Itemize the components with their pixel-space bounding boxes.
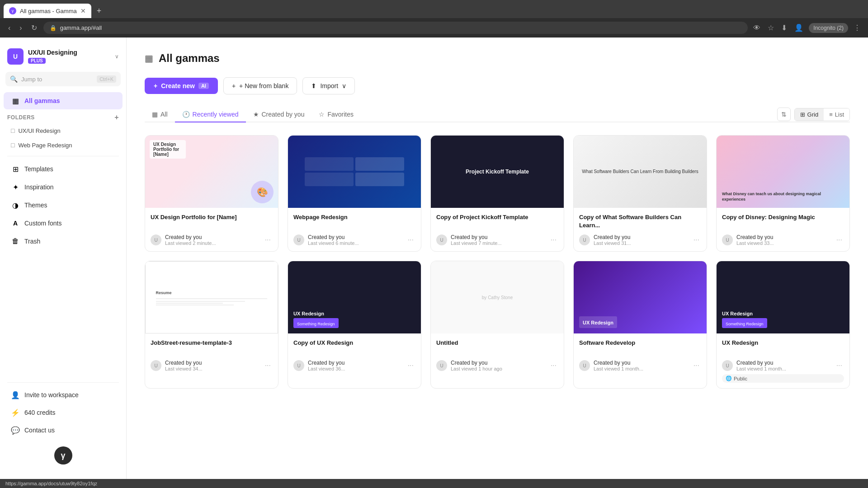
address-bar[interactable]: 🔒 gamma.app/#all bbox=[43, 22, 748, 34]
filter-tab-favorites[interactable]: ☆ Favorites bbox=[311, 107, 361, 122]
card-more-button[interactable]: ··· bbox=[406, 235, 415, 245]
folder-item-ux-ui-redesign[interactable]: □ UX/UI Redesign bbox=[4, 124, 123, 137]
card-ux-design-portfolio[interactable]: UX Design Portfolio for [Name]🎨 UX Desig… bbox=[145, 135, 278, 252]
card-more-button[interactable]: ··· bbox=[835, 361, 844, 371]
sidebar-item-themes[interactable]: ◑ Themes bbox=[4, 197, 123, 214]
folder-item-web-page-redesign[interactable]: □ Web Page Redesign bbox=[4, 138, 123, 152]
sidebar-item-all-gammas[interactable]: ▦ All gammas bbox=[4, 92, 123, 109]
card-more-button[interactable]: ··· bbox=[406, 361, 415, 371]
search-bar[interactable]: 🔍 Jump to Ctrl+K bbox=[5, 72, 121, 86]
trash-icon: 🗑 bbox=[11, 237, 20, 246]
card-time: Last viewed 31... bbox=[594, 240, 688, 246]
card-more-button[interactable]: ··· bbox=[263, 235, 273, 245]
download-icon[interactable]: ⬇ bbox=[779, 22, 789, 34]
card-avatar: U bbox=[722, 235, 733, 245]
new-from-blank-button[interactable]: + + New from blank bbox=[223, 77, 297, 94]
sidebar-item-custom-fonts[interactable]: A Custom fonts bbox=[4, 215, 123, 232]
sort-button[interactable]: ⇅ bbox=[777, 108, 791, 121]
filter-tab-label: Created by you bbox=[262, 111, 305, 118]
lock-icon: 🔒 bbox=[50, 25, 57, 31]
plus-icon: + bbox=[154, 82, 157, 89]
card-author: Created by you bbox=[736, 234, 831, 240]
card-meta: U Created by you Last viewed 34... ··· bbox=[151, 360, 273, 371]
sidebar-item-inspiration[interactable]: ✦ Inspiration bbox=[4, 178, 123, 196]
card-copy-software-builders[interactable]: What Software Builders Can Learn From Bu… bbox=[573, 135, 707, 252]
card-copy-project-kickoff[interactable]: Project Kickoff Template Copy of Project… bbox=[430, 135, 564, 252]
card-avatar: U bbox=[293, 235, 304, 245]
chevron-down-icon: ∨ bbox=[342, 82, 346, 89]
card-software-redevelop[interactable]: UX Redesign Software Redevelop U Created… bbox=[573, 261, 707, 389]
sidebar-item-trash[interactable]: 🗑 Trash bbox=[4, 233, 123, 250]
create-new-label: Create new bbox=[161, 82, 195, 89]
active-tab[interactable]: γ All gammas - Gamma ✕ bbox=[4, 4, 91, 18]
folders-section: Folders + bbox=[0, 110, 126, 123]
import-label: Import bbox=[320, 82, 338, 89]
plus-icon: + bbox=[232, 82, 236, 89]
card-untitled[interactable]: by Cathy Stone Untitled U Created by you… bbox=[430, 261, 564, 389]
sidebar-item-invite[interactable]: 👤 Invite to workspace bbox=[4, 386, 123, 404]
card-copy-disney[interactable]: What Disney can teach us about designing… bbox=[716, 135, 850, 252]
card-meta: U Created by you Last viewed 2 minute...… bbox=[151, 234, 273, 246]
filter-tab-created-by-you[interactable]: ★ Created by you bbox=[246, 107, 312, 122]
reload-button[interactable]: ↻ bbox=[28, 22, 40, 34]
new-tab-button[interactable]: + bbox=[93, 5, 105, 18]
sidebar-item-label: Templates bbox=[24, 165, 53, 173]
card-jobstreet-resume[interactable]: Resume JobStreet-resume-template-3 U Cre… bbox=[145, 261, 278, 389]
workspace-name: UX/UI Designing bbox=[28, 49, 110, 56]
filter-tab-recently-viewed[interactable]: 🕐 Recently viewed bbox=[175, 107, 246, 122]
card-time: Last viewed 36... bbox=[308, 366, 402, 371]
workspace-header[interactable]: U UX/UI Designing PLUS ∨ bbox=[0, 45, 126, 72]
card-info: Created by you Last viewed 6 minute... bbox=[308, 234, 402, 246]
profile-icon[interactable]: 👤 bbox=[793, 22, 805, 34]
sidebar-item-templates[interactable]: ⊞ Templates bbox=[4, 160, 123, 178]
card-more-button[interactable]: ··· bbox=[692, 235, 701, 245]
sidebar-item-label: Custom fonts bbox=[24, 220, 61, 227]
page-title: All gammas bbox=[159, 52, 220, 65]
forward-button[interactable]: › bbox=[17, 22, 24, 34]
sidebar-item-contact[interactable]: 💬 Contact us bbox=[4, 422, 123, 439]
card-ux-redesign[interactable]: UX RedesignSomething Redesign UX Redesig… bbox=[716, 261, 850, 389]
card-avatar: U bbox=[293, 360, 304, 371]
filter-tab-all[interactable]: ▦ All bbox=[145, 107, 175, 122]
back-button[interactable]: ‹ bbox=[5, 22, 13, 34]
import-button[interactable]: ⬆ Import ∨ bbox=[302, 77, 355, 94]
card-info: Created by you Last viewed 1 month... bbox=[594, 360, 688, 371]
card-webpage-redesign[interactable]: Webpage Redesign U Created by you Last v… bbox=[288, 135, 421, 252]
sidebar-item-label: Contact us bbox=[24, 427, 55, 434]
create-new-button[interactable]: + Create new AI bbox=[145, 78, 218, 94]
card-more-button[interactable]: ··· bbox=[549, 361, 558, 371]
search-icon: 🔍 bbox=[10, 75, 18, 83]
eye-slash-icon[interactable]: 👁 bbox=[751, 22, 762, 34]
tab-close-button[interactable]: ✕ bbox=[80, 7, 86, 14]
card-meta: U Created by you Last viewed 1 month... … bbox=[722, 360, 844, 371]
folder-label: UX/UI Redesign bbox=[18, 127, 60, 134]
card-copy-ux-redesign[interactable]: UX RedesignSomething Redesign Copy of UX… bbox=[288, 261, 421, 389]
add-folder-button[interactable]: + bbox=[114, 113, 119, 122]
card-meta: U Created by you Last viewed 36... ··· bbox=[293, 360, 415, 371]
card-more-button[interactable]: ··· bbox=[692, 361, 701, 371]
card-time: Last viewed 7 minute... bbox=[451, 240, 545, 246]
card-title: UX Design Portfolio for [Name] bbox=[151, 213, 273, 230]
list-view-button[interactable]: ≡ List bbox=[824, 108, 849, 121]
card-title: JobStreet-resume-template-3 bbox=[151, 339, 273, 355]
grid-view-button[interactable]: ⊞ Grid bbox=[795, 108, 824, 121]
card-title: Copy of Disney: Designing Magic bbox=[722, 213, 844, 230]
card-meta: U Created by you Last viewed 6 minute...… bbox=[293, 234, 415, 246]
workspace-info: UX/UI Designing PLUS bbox=[28, 49, 110, 64]
card-avatar: U bbox=[151, 235, 161, 245]
card-more-button[interactable]: ··· bbox=[549, 235, 558, 245]
status-url: https://gamma.app/docs/utuw9ty82oy1fqz bbox=[5, 481, 97, 486]
star-icon[interactable]: ☆ bbox=[766, 22, 776, 34]
filter-tab-label: Favorites bbox=[327, 111, 354, 118]
workspace-avatar: U bbox=[7, 48, 24, 65]
card-author: Created by you bbox=[308, 234, 402, 240]
menu-icon[interactable]: ⋮ bbox=[852, 22, 863, 34]
sidebar-item-credits[interactable]: ⚡ 640 credits bbox=[4, 404, 123, 421]
card-title: Webpage Redesign bbox=[293, 213, 415, 230]
all-gammas-icon: ▦ bbox=[11, 96, 20, 105]
card-author: Created by you bbox=[165, 234, 259, 240]
card-body: Software Redevelop U Created by you Last… bbox=[574, 333, 707, 377]
card-more-button[interactable]: ··· bbox=[263, 361, 273, 371]
star-icon: ☆ bbox=[319, 111, 325, 118]
card-more-button[interactable]: ··· bbox=[835, 235, 844, 245]
